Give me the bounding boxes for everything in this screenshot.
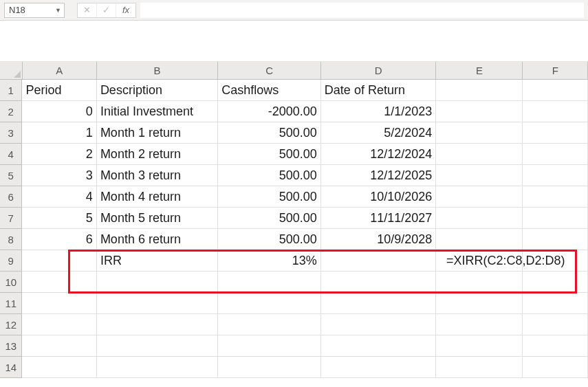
- cell[interactable]: [218, 335, 321, 357]
- cell-A5[interactable]: 3: [22, 165, 96, 186]
- cell-F6[interactable]: [523, 186, 588, 208]
- cell-D2[interactable]: 1/1/2023: [321, 101, 436, 122]
- cell[interactable]: [22, 272, 96, 293]
- cell-A7[interactable]: 5: [22, 208, 96, 229]
- cell[interactable]: [97, 357, 218, 378]
- row-header[interactable]: 5: [0, 165, 22, 186]
- cell-E7[interactable]: [436, 208, 523, 229]
- cell[interactable]: [321, 314, 436, 335]
- cell-B4[interactable]: Month 2 return: [97, 144, 218, 165]
- row-header[interactable]: 14: [0, 357, 22, 378]
- cell-A2[interactable]: 0: [22, 101, 96, 122]
- cell-C7[interactable]: 500.00: [218, 208, 321, 229]
- cell-E6[interactable]: [436, 186, 523, 208]
- cell[interactable]: [523, 335, 588, 357]
- cell[interactable]: [97, 293, 218, 314]
- cell[interactable]: [436, 272, 523, 293]
- cell-F1[interactable]: [523, 80, 588, 101]
- cell[interactable]: [218, 357, 321, 378]
- cell-F5[interactable]: [523, 165, 588, 186]
- col-header-C[interactable]: C: [218, 62, 321, 80]
- cell-B8[interactable]: Month 6 return: [97, 229, 218, 250]
- row-header[interactable]: 4: [0, 144, 22, 165]
- cell-A3[interactable]: 1: [22, 122, 96, 144]
- cell-D3[interactable]: 5/2/2024: [321, 122, 436, 144]
- row-header[interactable]: 11: [0, 293, 22, 314]
- cell-C1[interactable]: Cashflows: [218, 80, 321, 101]
- col-header-D[interactable]: D: [321, 62, 436, 80]
- confirm-formula-button[interactable]: ✓: [97, 3, 116, 17]
- row-header[interactable]: 6: [0, 186, 22, 208]
- cell[interactable]: [436, 357, 523, 378]
- cell-C9[interactable]: 13%: [218, 250, 321, 272]
- cell-A8[interactable]: 6: [22, 229, 96, 250]
- cell-D9[interactable]: [321, 250, 436, 272]
- cell-F4[interactable]: [523, 144, 588, 165]
- row-header[interactable]: 9: [0, 250, 22, 272]
- cell-A1[interactable]: Period: [22, 80, 96, 101]
- select-all-corner[interactable]: [0, 62, 23, 80]
- cell-B6[interactable]: Month 4 return: [97, 186, 218, 208]
- cell-B7[interactable]: Month 5 return: [97, 208, 218, 229]
- cell[interactable]: [218, 314, 321, 335]
- cell[interactable]: [321, 335, 436, 357]
- cell-D1[interactable]: Date of Return: [321, 80, 436, 101]
- cell-C5[interactable]: 500.00: [218, 165, 321, 186]
- cell[interactable]: [22, 357, 96, 378]
- cell-D7[interactable]: 11/11/2027: [321, 208, 436, 229]
- row-header[interactable]: 3: [0, 122, 22, 144]
- cell[interactable]: [97, 314, 218, 335]
- cell-E3[interactable]: [436, 122, 523, 144]
- cell[interactable]: [321, 293, 436, 314]
- cell[interactable]: [97, 272, 218, 293]
- cell-F2[interactable]: [523, 101, 588, 122]
- cell-B5[interactable]: Month 3 return: [97, 165, 218, 186]
- col-header-A[interactable]: A: [23, 62, 97, 80]
- cell[interactable]: [523, 272, 588, 293]
- col-header-F[interactable]: F: [523, 62, 588, 80]
- cell-F8[interactable]: [523, 229, 588, 250]
- cell-D8[interactable]: 10/9/2028: [321, 229, 436, 250]
- name-box[interactable]: N18 ▼: [4, 3, 65, 18]
- cell-E1[interactable]: [436, 80, 523, 101]
- cell-B1[interactable]: Description: [97, 80, 218, 101]
- cell[interactable]: [523, 314, 588, 335]
- cell-E5[interactable]: [436, 165, 523, 186]
- cell-C4[interactable]: 500.00: [218, 144, 321, 165]
- cell-A9[interactable]: [22, 250, 96, 272]
- cell[interactable]: [436, 293, 523, 314]
- chevron-down-icon[interactable]: ▼: [55, 7, 61, 14]
- row-header[interactable]: 7: [0, 208, 22, 229]
- cell-B9[interactable]: IRR: [97, 250, 218, 272]
- cell[interactable]: [22, 314, 96, 335]
- cell-C3[interactable]: 500.00: [218, 122, 321, 144]
- cell-E8[interactable]: [436, 229, 523, 250]
- cell-B2[interactable]: Initial Investment: [97, 101, 218, 122]
- cell-E4[interactable]: [436, 144, 523, 165]
- cell[interactable]: [436, 314, 523, 335]
- cell[interactable]: [436, 335, 523, 357]
- cell-A4[interactable]: 2: [22, 144, 96, 165]
- cell[interactable]: [97, 335, 218, 357]
- cell[interactable]: [218, 293, 321, 314]
- cell-C8[interactable]: 500.00: [218, 229, 321, 250]
- cell-C6[interactable]: 500.00: [218, 186, 321, 208]
- cell-B3[interactable]: Month 1 return: [97, 122, 218, 144]
- cell-D5[interactable]: 12/12/2025: [321, 165, 436, 186]
- fx-icon[interactable]: fx: [116, 3, 135, 17]
- cell-A6[interactable]: 4: [22, 186, 96, 208]
- row-header[interactable]: 10: [0, 272, 22, 293]
- cell[interactable]: [22, 293, 96, 314]
- row-header[interactable]: 12: [0, 314, 22, 335]
- cell-F3[interactable]: [523, 122, 588, 144]
- row-header[interactable]: 1: [0, 80, 22, 101]
- cell-C2[interactable]: -2000.00: [218, 101, 321, 122]
- cell-D4[interactable]: 12/12/2024: [321, 144, 436, 165]
- cell-F7[interactable]: [523, 208, 588, 229]
- cell[interactable]: [321, 357, 436, 378]
- cell[interactable]: [22, 335, 96, 357]
- row-header[interactable]: 2: [0, 101, 22, 122]
- row-header[interactable]: 13: [0, 335, 22, 357]
- cell[interactable]: [523, 293, 588, 314]
- col-header-E[interactable]: E: [436, 62, 523, 80]
